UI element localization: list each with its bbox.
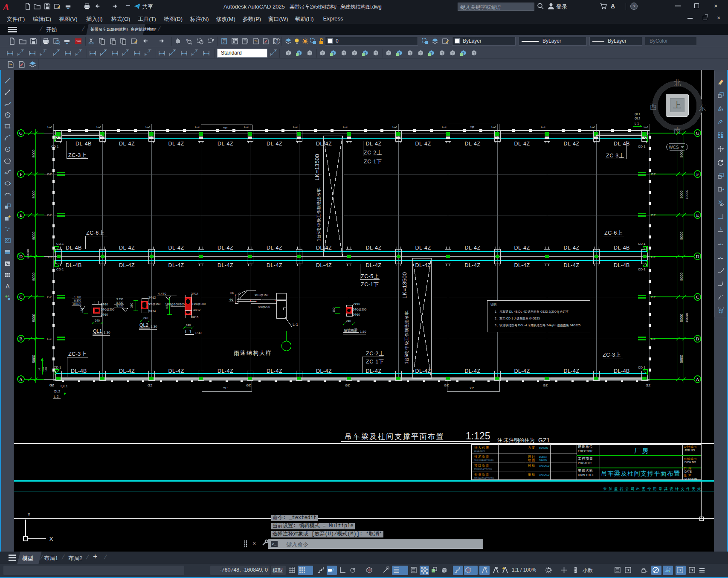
svg-text:G: G	[19, 131, 23, 136]
svg-text:9.370: 9.370	[116, 305, 124, 308]
svg-text:DATE: DATE	[684, 470, 692, 473]
svg-text:注:未注明的柱为: 注:未注明的柱为	[497, 437, 534, 443]
svg-text:1:125: 1:125	[466, 430, 490, 441]
svg-text:DL-4Z: DL-4Z	[365, 262, 381, 268]
svg-text:DL-4Z: DL-4Z	[514, 368, 530, 374]
svg-text:1Φ8@100/200: 1Φ8@100/200	[165, 303, 185, 306]
svg-text:DL-4Z: DL-4Z	[119, 141, 135, 147]
svg-text:DL-4Z: DL-4Z	[119, 245, 135, 251]
svg-text:GZ: GZ	[47, 172, 52, 176]
svg-text:DL-4Z: DL-4Z	[119, 368, 135, 374]
svg-text:X: X	[49, 536, 53, 542]
svg-text:DL-4Z: DL-4Z	[119, 262, 135, 268]
svg-text:10000: 10000	[685, 189, 689, 199]
svg-text:PROJECT: PROJECT	[578, 462, 592, 465]
svg-text:图纸编号: 图纸编号	[684, 457, 697, 461]
svg-text:DL-4B: DL-4B	[66, 262, 82, 268]
svg-text:绘图: 绘图	[528, 458, 536, 462]
svg-text:DL-4Z: DL-4Z	[267, 262, 282, 268]
svg-text:30000: 30000	[26, 249, 30, 259]
svg-text:DL-4Z: DL-4Z	[267, 141, 282, 147]
svg-text:DL-4Z: DL-4Z	[168, 262, 184, 268]
svg-text:ZC-1下: ZC-1下	[364, 159, 382, 165]
svg-text:DRW NO.: DRW NO.	[684, 461, 697, 464]
svg-text:CD-1: CD-1	[638, 242, 646, 246]
svg-text:DL-4Z: DL-4Z	[514, 245, 530, 251]
svg-text:DRW TITLE: DRW TITLE	[578, 473, 594, 476]
svg-text:?: ?	[632, 4, 635, 9]
svg-text:日 期: 日 期	[684, 467, 692, 470]
svg-text:3.330: 3.330	[116, 298, 124, 301]
svg-text:DL-4Z: DL-4Z	[514, 141, 530, 147]
svg-text:2Φ12: 2Φ12	[148, 296, 156, 299]
svg-text:GZ: GZ	[541, 125, 545, 129]
svg-text:校核: 校核	[528, 464, 536, 468]
svg-text:GZ: GZ	[442, 125, 447, 129]
svg-text:DL-4Z: DL-4Z	[464, 262, 480, 268]
svg-text:GZ: GZ	[47, 213, 52, 217]
svg-text:E: E	[696, 212, 699, 218]
svg-text:1台5吨 中级工作制悬挂吊车.: 1台5吨 中级工作制悬挂吊车.	[404, 310, 409, 364]
svg-text:GZ: GZ	[392, 125, 397, 129]
svg-text:?: ?	[276, 39, 278, 44]
svg-text:2Φ10: 2Φ10	[101, 313, 108, 316]
svg-text:GZ: GZ	[48, 255, 52, 259]
svg-text:工程项目: 工程项目	[578, 457, 593, 461]
svg-text:设计编号: 设计编号	[684, 445, 697, 448]
svg-text:项目负责: 项目负责	[474, 464, 490, 468]
svg-text:西: 西	[650, 103, 657, 111]
svg-text:法人代表: 法人代表	[474, 446, 490, 450]
svg-text:DL-4B: DL-4B	[71, 368, 87, 374]
svg-text:D: D	[19, 254, 23, 259]
svg-text:5000: 5000	[32, 355, 36, 363]
svg-text:240: 240	[143, 317, 148, 319]
svg-text:DL-4Z: DL-4Z	[168, 368, 184, 374]
svg-text:180: 180	[80, 308, 83, 313]
svg-text:YP: YP	[223, 126, 228, 130]
svg-text:GZ: GZ	[651, 337, 655, 341]
svg-text:YP: YP	[470, 125, 475, 129]
svg-text:GZ: GZ	[49, 383, 54, 387]
svg-text:LEGAL REPR: LEGAL REPR	[474, 450, 485, 452]
svg-text:DL-4Z: DL-4Z	[415, 368, 431, 374]
svg-text:5000: 5000	[679, 190, 684, 198]
svg-text:厂房: 厂房	[634, 447, 650, 454]
svg-text:DL-4Z: DL-4Z	[316, 245, 332, 251]
svg-text:A: A	[6, 283, 10, 290]
svg-text:GZ: GZ	[145, 125, 150, 129]
svg-text:ZC-3上: ZC-3上	[68, 351, 87, 357]
svg-text:方案: 方案	[528, 446, 536, 450]
svg-text:版 本: 版 本	[683, 474, 692, 477]
svg-text:LK=13500: LK=13500	[401, 272, 408, 299]
svg-text:Φ6@200: Φ6@200	[258, 305, 270, 308]
svg-text:240: 240	[346, 319, 351, 322]
svg-text:GZ: GZ	[47, 337, 52, 341]
svg-text:DL-4B: DL-4B	[614, 262, 630, 268]
svg-text:Φ6: Φ6	[229, 298, 233, 301]
svg-text:6.870: 6.870	[74, 299, 81, 302]
svg-text:DL-4Z: DL-4Z	[267, 368, 282, 374]
svg-text:2Φ6@200: 2Φ6@200	[101, 308, 114, 311]
svg-text:180: 180	[332, 308, 335, 313]
svg-text:QL1: QL1	[61, 384, 68, 388]
svg-text:GZ: GZ	[444, 383, 449, 387]
svg-text:YP: YP	[223, 386, 228, 390]
svg-text:ZC-3上: ZC-3上	[603, 352, 621, 358]
svg-text:L-1: L-1	[185, 329, 192, 334]
svg-text:5000: 5000	[32, 149, 36, 157]
svg-text:GZ: GZ	[491, 125, 496, 129]
svg-text:DL-4Z: DL-4Z	[218, 141, 233, 147]
svg-text:5000: 5000	[679, 232, 684, 240]
svg-text:5000: 5000	[679, 355, 684, 363]
svg-text:雨蓬结构大样: 雨蓬结构大样	[234, 350, 272, 356]
svg-text:QL2: QL2	[635, 117, 640, 120]
svg-text:CHECKED: CHECKED	[539, 473, 550, 476]
svg-text:QL2: QL2	[54, 389, 61, 393]
svg-text:GZ: GZ	[651, 213, 655, 217]
svg-text:1、吊车梁 DL-4B,DL-4Z 选自图集 G: 1、吊车梁 DL-4B,DL-4Z 选自图集 G323-2(2004) 合订本	[495, 310, 569, 314]
svg-text:北: 北	[674, 79, 681, 87]
svg-text:DL-4Z: DL-4Z	[218, 262, 233, 268]
svg-text:DESIGN: DESIGN	[539, 456, 548, 458]
svg-text:DL-4B: DL-4B	[66, 245, 82, 251]
svg-text:建设单位: 建设单位	[578, 445, 593, 449]
